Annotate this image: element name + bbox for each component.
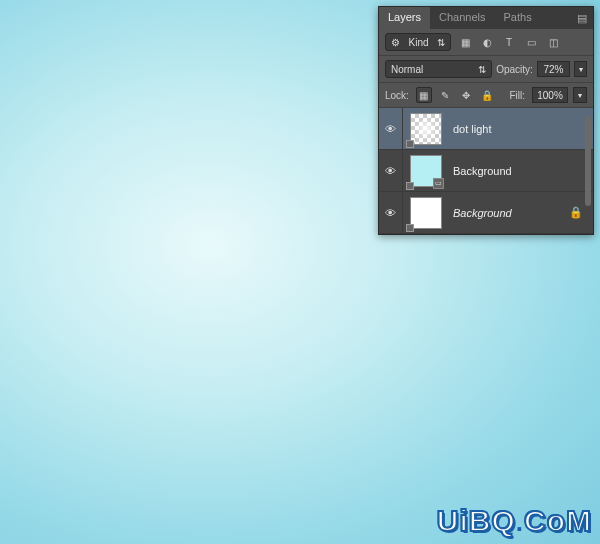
filter-pixel-icon[interactable]: ▦ — [457, 34, 473, 50]
opacity-value[interactable]: 72% — [537, 61, 570, 77]
panel-menu-icon[interactable]: ▤ — [571, 7, 593, 29]
layer-thumb-wrap — [403, 197, 443, 229]
layer-thumbnail[interactable] — [410, 113, 442, 145]
filter-type-icon[interactable]: T — [501, 34, 517, 50]
lock-pixels-icon[interactable]: ✎ — [437, 87, 453, 103]
layer-thumbnail[interactable] — [410, 197, 442, 229]
chevron-updown-icon: ⇅ — [478, 64, 486, 75]
layer-thumb-wrap — [403, 113, 443, 145]
layer-thumb-wrap: ▭ — [403, 155, 443, 187]
layer-row[interactable]: 👁 ▭ Background — [379, 150, 593, 192]
fill-value[interactable]: 100% — [532, 87, 568, 103]
chevron-updown-icon: ⇅ — [437, 37, 445, 48]
filter-row: ⚙ Kind ⇅ ▦ ◐ T ▭ ◫ — [379, 29, 593, 56]
shape-badge-icon: ▭ — [433, 178, 444, 189]
layer-row[interactable]: 👁 dot light — [379, 108, 593, 150]
eye-icon: 👁 — [385, 123, 396, 135]
scrollbar[interactable] — [585, 116, 591, 206]
blend-mode-dropdown[interactable]: Normal ⇅ — [385, 60, 492, 78]
blend-row: Normal ⇅ Opacity: 72% ▾ — [379, 56, 593, 83]
watermark-dot: . — [516, 507, 524, 537]
visibility-toggle[interactable]: 👁 — [379, 192, 403, 234]
filter-kind-dropdown[interactable]: ⚙ Kind ⇅ — [385, 33, 451, 51]
filter-kind-icon: ⚙ — [391, 37, 400, 48]
layer-row[interactable]: 👁 Background 🔒 — [379, 192, 593, 234]
layer-name[interactable]: Background — [453, 165, 585, 177]
visibility-toggle[interactable]: 👁 — [379, 150, 403, 192]
lock-row: Lock: ▦ ✎ ✥ 🔒 Fill: 100% ▾ — [379, 83, 593, 108]
eye-icon: 👁 — [385, 165, 396, 177]
visibility-toggle[interactable]: 👁 — [379, 108, 403, 150]
eye-icon: 👁 — [385, 207, 396, 219]
watermark-b: CoM — [524, 504, 592, 537]
layers-list: 👁 dot light 👁 ▭ Background 👁 Background … — [379, 108, 593, 234]
opacity-stepper[interactable]: ▾ — [574, 61, 587, 77]
tab-layers[interactable]: Layers — [379, 7, 430, 29]
blend-mode-value: Normal — [391, 64, 423, 75]
tab-channels[interactable]: Channels — [430, 7, 494, 29]
layer-name[interactable]: Background — [453, 207, 569, 219]
fill-stepper[interactable]: ▾ — [573, 87, 587, 103]
lock-label: Lock: — [385, 90, 409, 101]
filter-smart-icon[interactable]: ◫ — [545, 34, 561, 50]
watermark: UiBQ.CoM — [437, 504, 592, 538]
panel-tabs: Layers Channels Paths ▤ — [379, 7, 593, 29]
filter-adjust-icon[interactable]: ◐ — [479, 34, 495, 50]
lock-all-icon[interactable]: 🔒 — [479, 87, 495, 103]
lock-position-icon[interactable]: ✥ — [458, 87, 474, 103]
watermark-a: UiBQ — [437, 504, 516, 537]
layer-thumbnail[interactable]: ▭ — [410, 155, 442, 187]
lock-transparent-icon[interactable]: ▦ — [416, 87, 432, 103]
layer-name[interactable]: dot light — [453, 123, 585, 135]
filter-kind-label: Kind — [408, 37, 428, 48]
opacity-label: Opacity: — [496, 64, 533, 75]
fill-label: Fill: — [509, 90, 525, 101]
filter-shape-icon[interactable]: ▭ — [523, 34, 539, 50]
tab-paths[interactable]: Paths — [495, 7, 541, 29]
lock-icon: 🔒 — [569, 206, 583, 219]
layers-panel: Layers Channels Paths ▤ ⚙ Kind ⇅ ▦ ◐ T ▭… — [378, 6, 594, 235]
